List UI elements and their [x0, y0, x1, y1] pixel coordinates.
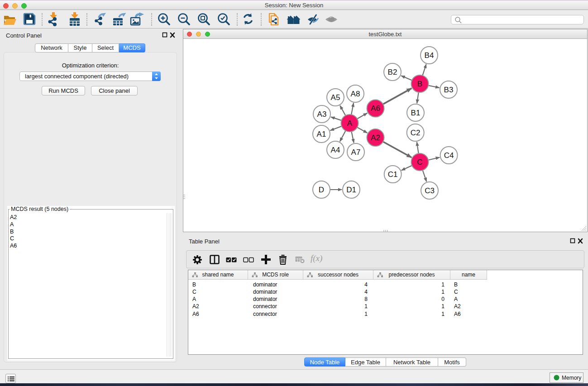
svg-text:A5: A5 — [331, 93, 340, 102]
svg-text:D: D — [319, 186, 324, 194]
svg-text:C2: C2 — [411, 129, 421, 137]
svg-text:A4: A4 — [331, 146, 340, 154]
svg-text:A1: A1 — [317, 130, 326, 138]
svg-text:C1: C1 — [388, 170, 398, 179]
svg-text:A2: A2 — [371, 133, 380, 142]
svg-text:A: A — [347, 119, 353, 128]
svg-text:B1: B1 — [411, 109, 421, 117]
svg-text:D1: D1 — [346, 186, 356, 194]
svg-text:C: C — [417, 158, 422, 167]
svg-text:A3: A3 — [317, 110, 327, 119]
svg-text:B3: B3 — [444, 86, 454, 94]
svg-text:C4: C4 — [444, 151, 454, 160]
svg-text:B2: B2 — [388, 68, 397, 76]
svg-text:B4: B4 — [425, 51, 434, 60]
svg-text:C3: C3 — [425, 186, 435, 195]
svg-text:A6: A6 — [371, 104, 380, 113]
svg-text:A8: A8 — [351, 90, 360, 98]
svg-text:A7: A7 — [351, 148, 361, 157]
svg-text:B: B — [417, 80, 422, 88]
